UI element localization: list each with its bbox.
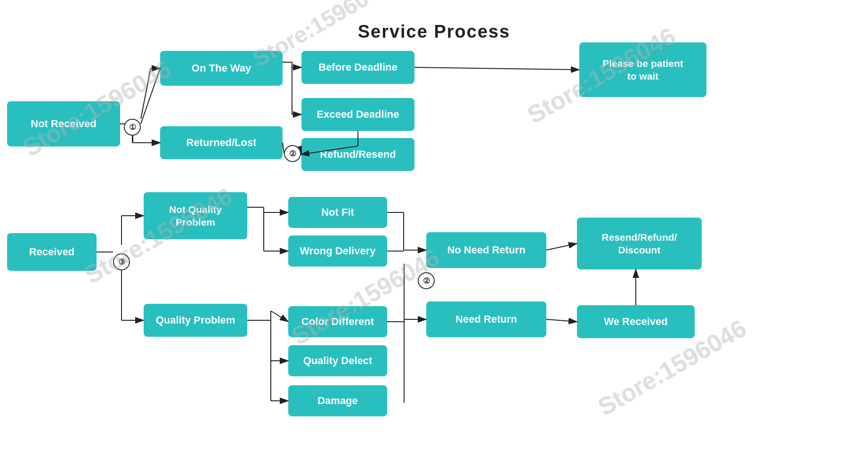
box-please-be-patient: Please be patient to wait	[579, 42, 706, 97]
circle-2-bottom: ②	[418, 272, 435, 289]
box-on-the-way: On The Way	[160, 51, 283, 86]
box-not-fit: Not Fit	[288, 197, 387, 228]
box-we-received: We Received	[577, 305, 695, 338]
box-no-need-return: No Need Return	[426, 232, 546, 268]
box-wrong-delivery: Wrong Delivery	[288, 236, 387, 267]
box-received: Received	[7, 233, 97, 271]
box-damage: Damage	[288, 385, 387, 416]
box-returned-lost: Returned/Lost	[160, 126, 283, 159]
svg-line-6	[141, 68, 151, 119]
box-exceed-deadline: Exceed Deadline	[301, 98, 414, 131]
circle-1: ①	[124, 119, 141, 136]
box-not-quality-problem: Not Quality Problem	[144, 192, 247, 239]
box-not-received: Not Received	[7, 101, 120, 146]
box-refund-resend: Refund/Resend	[301, 138, 414, 171]
box-before-deadline: Before Deadline	[301, 51, 414, 84]
box-color-different: Color Different	[288, 306, 387, 337]
svg-line-32	[271, 311, 288, 322]
box-resend-refund-discount: Resend/Refund/ Discount	[577, 218, 702, 269]
circle-2-top: ②	[284, 145, 301, 162]
box-need-return: Need Return	[426, 301, 546, 337]
svg-line-44	[546, 319, 577, 322]
circle-3: ③	[113, 253, 130, 270]
box-quality-defect: Quality Delect	[288, 345, 387, 376]
page-title: Service Process	[0, 8, 868, 42]
svg-line-15	[414, 67, 579, 70]
svg-line-2	[141, 68, 160, 124]
svg-line-43	[546, 244, 577, 250]
box-quality-problem: Quality Problem	[144, 304, 247, 337]
